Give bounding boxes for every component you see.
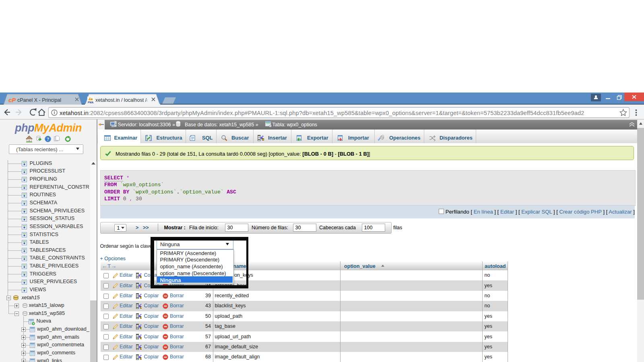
svg-text:cPanel X - Principal: cPanel X - Principal bbox=[17, 97, 61, 103]
svg-text:?: ? bbox=[47, 137, 49, 142]
svg-text:x: x bbox=[146, 98, 148, 103]
svg-text:PMA: PMA bbox=[88, 101, 94, 104]
svg-text:xetahost.in / localhost /: xetahost.in / localhost / bbox=[95, 97, 147, 103]
svg-text:cP: cP bbox=[8, 97, 16, 103]
